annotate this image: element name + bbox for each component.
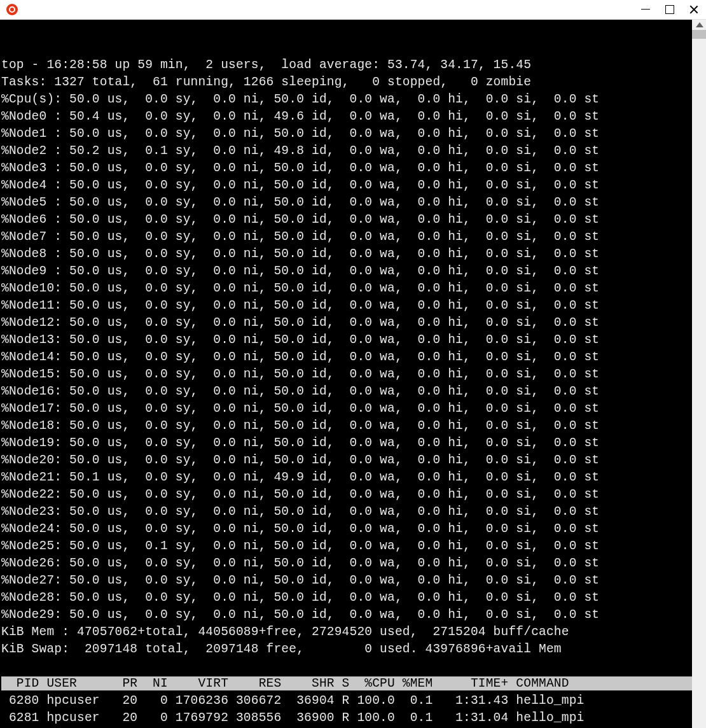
process-table: 6280 hpcuser 20 0 1706236 306672 36904 R… (1, 694, 584, 728)
scroll-up-icon[interactable] (696, 22, 703, 27)
mem-line2: KiB Swap: 2097148 total, 2097148 free, 0… (1, 642, 562, 656)
scrollbar[interactable] (692, 20, 706, 728)
close-icon[interactable] (689, 5, 698, 14)
top-summary-line2: Tasks: 1327 total, 61 running, 1266 slee… (1, 75, 531, 89)
top-summary-line1: top - 16:28:58 up 59 min, 2 users, load … (1, 58, 531, 72)
mem-line1: KiB Mem : 47057062+total, 44056089+free,… (1, 625, 569, 639)
cpu-summary: %Cpu(s): 50.0 us, 0.0 sy, 0.0 ni, 50.0 i… (1, 92, 599, 106)
app-icon (6, 4, 18, 15)
titlebar (0, 0, 706, 20)
node-cpu-block: %Node0 : 50.4 us, 0.0 sy, 0.0 ni, 49.6 i… (1, 109, 599, 622)
minimize-icon[interactable] (641, 5, 650, 14)
scroll-thumb[interactable] (692, 30, 706, 39)
window-controls (641, 5, 698, 14)
maximize-icon[interactable] (665, 5, 674, 14)
terminal[interactable]: top - 16:28:58 up 59 min, 2 users, load … (0, 20, 706, 728)
process-header: PID USER PR NI VIRT RES SHR S %CPU %MEM … (1, 676, 706, 690)
